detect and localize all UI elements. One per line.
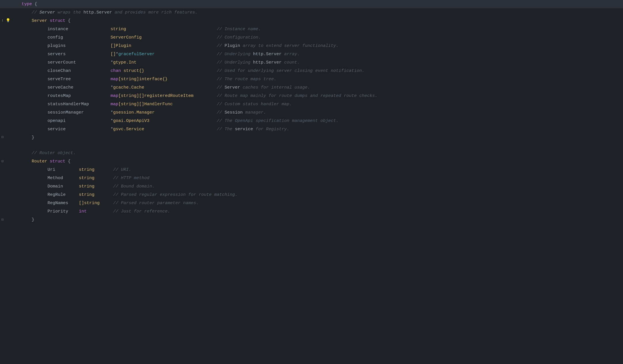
field-priority: Priority <box>48 208 76 215</box>
type-chan-struct: chan struct{} <box>111 68 214 74</box>
comment-service: // The <box>217 127 235 132</box>
field-service: service <box>48 126 108 133</box>
type-goai-openapiv3: *goai.OpenApiV3 <box>111 118 214 124</box>
line-router-regrule: RegRule string // Parsed regular express… <box>0 191 623 199</box>
router-close-brace: } <box>32 217 34 222</box>
line-server-close: ⊟ } <box>0 133 623 142</box>
comment-http-server2: http.Server <box>253 52 282 57</box>
code-router-regnames: RegNames []string // Parsed router param… <box>16 200 623 206</box>
line-field-servetree: serveTree map[string]interface{} // The … <box>0 75 623 83</box>
type-gcache-cache: *gcache.Cache <box>111 84 214 91</box>
line-router-uri: Uri string // URI. <box>0 166 623 174</box>
code-field-servercount: serverCount *gtype.Int // Underlying htt… <box>16 59 623 66</box>
comment-openapi: // The OpenApi specification management … <box>217 118 339 123</box>
type-map-string-interface: map[string]interface{} <box>111 76 214 83</box>
fold-router-close-icon[interactable]: ⊟ <box>1 217 4 223</box>
type-string-uri: string <box>79 167 94 172</box>
field-regrule: RegRule <box>48 191 76 198</box>
comment-servetree: // The route maps tree. <box>217 77 276 82</box>
comment-server: Server <box>39 10 55 15</box>
server-close-brace: } <box>32 135 34 140</box>
line-empty <box>0 142 623 149</box>
line-type-open: type { <box>0 0 623 8</box>
comment-servers: // Underlying <box>217 52 253 57</box>
comment-servercount: // Underlying <box>217 60 253 65</box>
line-router-method: Method string // HTTP method <box>0 174 623 182</box>
line-field-servecache: serveCache *gcache.Cache // Server cache… <box>0 83 623 92</box>
comment-sessionmanager-text: manager. <box>243 110 266 115</box>
fold-server-icon[interactable]: ⊟ <box>1 135 4 140</box>
comment-servecache: // <box>217 85 225 90</box>
comment-priority: // Just for reference. <box>113 209 170 214</box>
field-sessionmanager: sessionManager <box>48 109 108 116</box>
field-uri: Uri <box>48 166 76 173</box>
line-field-instance: instance string // Instance name. <box>0 25 623 33</box>
comment-regrule: // Parsed regular expression for route m… <box>113 192 238 197</box>
type-gtype-int: *gtype.Int <box>111 59 214 66</box>
line-field-plugins: plugins []Plugin // Plugin array to exte… <box>0 42 623 50</box>
comment-http-server3: http.Server <box>253 60 282 65</box>
line-field-closechan: closeChan chan struct{} // Used for unde… <box>0 67 623 75</box>
code-field-servecache: serveCache *gcache.Cache // Server cache… <box>16 84 623 91</box>
keyword-struct: struct <box>50 18 68 23</box>
field-method: Method <box>48 175 76 181</box>
code-field-plugins: plugins []Plugin // Plugin array to exte… <box>16 43 623 49</box>
type-gsvc-service: *gsvc.Service <box>111 126 214 133</box>
code-field-closechan: closeChan chan struct{} // Used for unde… <box>16 68 623 74</box>
comment-http-server: http.Server <box>83 10 112 15</box>
code-comment-router: // Router object. <box>16 150 623 156</box>
comment-service-code: service <box>235 127 253 132</box>
type-map-string-handlerfunc: map[string][]HandlerFunc <box>111 101 214 108</box>
code-empty <box>16 142 623 149</box>
comment-plugins-text: array to extend server functionality. <box>240 43 339 48</box>
comment-servecache-text: caches for internal usage. <box>240 85 310 90</box>
comment-config: // Configuration. <box>217 35 261 40</box>
line-router-domain: Domain string // Bound domain. <box>0 182 623 191</box>
comment-session-code: Session <box>225 110 243 115</box>
code-router-struct: Router struct { <box>16 158 623 165</box>
line-field-routesmap: routesMap map[string][]registeredRouteIt… <box>0 92 623 100</box>
field-closechan: closeChan <box>48 68 108 74</box>
comment-plugin-code: Plugin <box>225 43 240 48</box>
code-field-openapi: openapi *goai.OpenApiV3 // The OpenApi s… <box>16 118 623 124</box>
code-field-instance: instance string // Instance name. <box>16 26 623 32</box>
comment-plugins: // <box>217 43 225 48</box>
bulb-icon[interactable]: 💡 <box>6 18 10 24</box>
line-comment-server-wraps: // Server wraps the http.Server and prov… <box>0 8 623 17</box>
line-router-struct: ⊟ Router struct { <box>0 157 623 166</box>
comment-router-obj: // Router object. <box>32 151 76 156</box>
line-router-priority: Priority int // Just for reference. <box>0 207 623 216</box>
line-server-struct: ↑ 💡 Server struct { <box>0 17 623 25</box>
code-router-method: Method string // HTTP method <box>16 175 623 181</box>
type-gsession-manager: *gsession.Manager <box>111 109 214 116</box>
comment-method: // HTTP method <box>113 176 149 181</box>
comment-routesmap: // Route map mainly for route dumps and … <box>217 93 377 98</box>
comment-servers-text: array. <box>282 52 300 57</box>
comment-domain: // Bound domain. <box>113 184 155 189</box>
code-field-statushandlermap: statusHandlerMap map[string][]HandlerFun… <box>16 101 623 108</box>
comment-servercount-text: count. <box>282 60 300 65</box>
code-field-servers: servers []*gracefulServer // Underlying … <box>16 51 623 58</box>
code-router-priority: Priority int // Just for reference. <box>16 208 623 215</box>
line-router-close: ⊟ } <box>0 216 623 224</box>
field-servecache: serveCache <box>48 84 108 91</box>
comment-regnames: // Parsed router parameter names. <box>113 201 199 206</box>
brace-open: { <box>35 2 37 7</box>
field-servercount: serverCount <box>48 59 108 66</box>
field-config: config <box>48 34 108 41</box>
line-field-statushandlermap: statusHandlerMap map[string][]HandlerFun… <box>0 100 623 108</box>
keyword-type: type <box>22 2 32 7</box>
fold-router-icon[interactable]: ⊟ <box>1 159 4 164</box>
code-field-servetree: serveTree map[string]interface{} // The … <box>16 76 623 83</box>
code-field-routesmap: routesMap map[string][]registeredRouteIt… <box>16 93 623 99</box>
type-plugin-slice: []Plugin <box>111 43 214 49</box>
type-serverconfig: ServerConfig <box>111 34 214 41</box>
code-field-config: config ServerConfig // Configuration. <box>16 34 623 41</box>
line-field-config: config ServerConfig // Configuration. <box>0 33 623 42</box>
type-graceful-server: []*gracefulServer <box>111 51 214 58</box>
arrow-up-icon: ↑ <box>1 18 4 24</box>
code-field-service: service *gsvc.Service // The service for… <box>16 126 623 133</box>
comment-service-text: for Registry. <box>253 127 289 132</box>
type-ref-string: string <box>111 26 214 32</box>
code-editor: type { // Server wraps the http.Server a… <box>0 0 623 364</box>
